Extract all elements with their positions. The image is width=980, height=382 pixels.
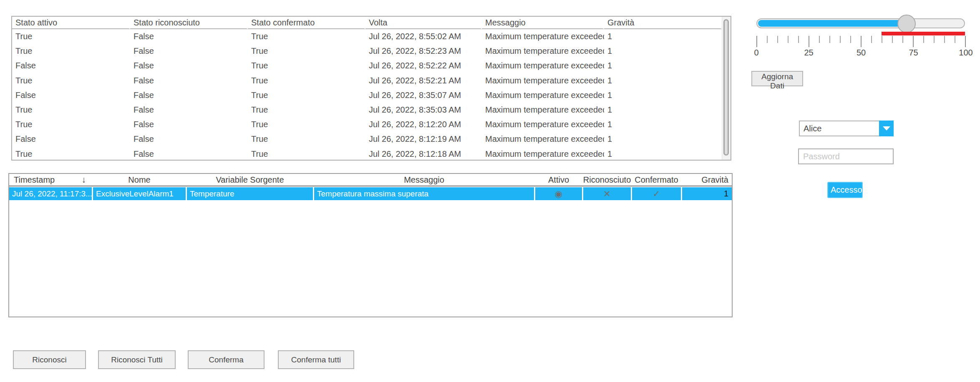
dropdown-open-button[interactable] — [879, 121, 894, 136]
sort-descending-icon: ↓ — [82, 175, 86, 185]
active-state-icon: ◉ — [535, 187, 582, 200]
not-acknowledged-icon: ✕ — [583, 187, 631, 200]
accesso-button[interactable]: Accesso — [827, 182, 863, 198]
vertical-scrollbar[interactable] — [722, 17, 731, 160]
riconosci-tutti-button[interactable]: Riconosci Tutti — [98, 350, 176, 369]
cell-messaggio: Maximum temperature exceeded — [482, 58, 604, 73]
column-header-stato-attivo: Stato attivo — [12, 17, 130, 29]
riconosci-button[interactable]: Riconosci — [13, 350, 86, 369]
column-header-timestamp[interactable]: Timestamp ↓ — [9, 174, 92, 186]
scrollbar-thumb[interactable] — [723, 19, 729, 156]
slider-track[interactable] — [756, 18, 965, 28]
password-field[interactable] — [798, 148, 894, 164]
cell-stato-attivo: False — [12, 88, 130, 103]
cell-timestamp: Jul 26, 2022, 11:17:3... — [9, 187, 92, 200]
cell-stato-confermato: True — [248, 147, 365, 160]
table-row[interactable]: False False True Jul 26, 2022, 8:35:07 A… — [12, 88, 722, 103]
cell-volta: Jul 26, 2022, 8:12:18 AM — [365, 147, 482, 160]
alarm-history-table-inner: Stato attivo Stato riconosciuto Stato co… — [12, 17, 722, 160]
table-row[interactable]: True False True Jul 26, 2022, 8:52:23 AM… — [12, 44, 722, 58]
aggiorna-dati-button[interactable]: Aggiorna Dati — [751, 71, 803, 86]
cell-stato-riconosciuto: False — [130, 73, 248, 88]
event-table-header-row: Timestamp ↓ Nome Variabile Sorgente Mess… — [9, 174, 732, 186]
slider-major-ticks — [756, 36, 966, 47]
cell-stato-attivo: True — [12, 117, 130, 132]
cell-nome: ExclusiveLevelAlarm1 — [93, 187, 186, 200]
cell-stato-riconosciuto: False — [130, 147, 248, 160]
table-row[interactable]: True False True Jul 26, 2022, 8:12:20 AM… — [12, 117, 722, 132]
slider-fill — [758, 20, 907, 27]
cell-messaggio-evento: Temperatura massima superata — [314, 187, 534, 200]
cell-volta: Jul 26, 2022, 8:12:19 AM — [365, 132, 482, 146]
cell-stato-confermato: True — [248, 132, 365, 146]
column-header-riconosciuto[interactable]: Riconosciuto — [583, 174, 631, 186]
cell-stato-confermato: True — [248, 73, 365, 88]
cell-stato-riconosciuto: False — [130, 58, 248, 73]
cell-stato-attivo: False — [12, 58, 130, 73]
cell-volta: Jul 26, 2022, 8:52:22 AM — [365, 58, 482, 73]
cell-stato-riconosciuto: False — [130, 29, 248, 44]
cell-gravita: 1 — [604, 88, 722, 103]
slider-tick-label: 25 — [804, 48, 813, 58]
column-header-volta: Volta — [365, 17, 482, 29]
cell-volta: Jul 26, 2022, 8:52:21 AM — [365, 73, 482, 88]
table-row[interactable]: False False True Jul 26, 2022, 8:52:22 A… — [12, 58, 722, 73]
cell-gravita: 1 — [604, 132, 722, 146]
cell-messaggio: Maximum temperature exceeded — [482, 44, 604, 58]
column-header-confermato[interactable]: Confermato — [632, 174, 681, 186]
chevron-down-icon — [883, 126, 890, 131]
cell-stato-riconosciuto: False — [130, 117, 248, 132]
slider-tick-label: 0 — [754, 48, 758, 58]
cell-stato-attivo: True — [12, 73, 130, 88]
column-header-attivo[interactable]: Attivo — [535, 174, 582, 186]
table-row[interactable]: True False True Jul 26, 2022, 8:35:03 AM… — [12, 103, 722, 117]
column-header-gravita-evento[interactable]: Gravità — [682, 174, 732, 186]
column-header-messaggio-evento[interactable]: Messaggio — [314, 174, 534, 186]
cell-stato-confermato: True — [248, 29, 365, 44]
cell-stato-confermato: True — [248, 103, 365, 117]
column-header-stato-riconosciuto: Stato riconosciuto — [130, 17, 248, 29]
cell-stato-attivo: True — [12, 103, 130, 117]
cell-gravita: 1 — [604, 103, 722, 117]
cell-gravita: 1 — [604, 147, 722, 160]
cell-volta: Jul 26, 2022, 8:55:02 AM — [365, 29, 482, 44]
alarm-table-body: True False True Jul 26, 2022, 8:55:02 AM… — [12, 29, 722, 160]
alarm-history-table: Stato attivo Stato riconosciuto Stato co… — [11, 16, 731, 161]
table-row[interactable]: True False True Jul 26, 2022, 8:52:21 AM… — [12, 73, 722, 88]
cell-stato-confermato: True — [248, 44, 365, 58]
active-events-table: Timestamp ↓ Nome Variabile Sorgente Mess… — [8, 173, 733, 317]
column-header-gravita: Gravità — [604, 17, 722, 29]
cell-gravita: 1 — [604, 44, 722, 58]
column-header-variabile-sorgente[interactable]: Variabile Sorgente — [187, 174, 313, 186]
cell-volta: Jul 26, 2022, 8:35:07 AM — [365, 88, 482, 103]
cell-stato-attivo: True — [12, 147, 130, 160]
cell-volta: Jul 26, 2022, 8:35:03 AM — [365, 103, 482, 117]
table-row[interactable]: False False True Jul 26, 2022, 8:12:19 A… — [12, 132, 722, 146]
slider-red-zone — [882, 32, 965, 35]
cell-stato-attivo: True — [12, 44, 130, 58]
cell-messaggio: Maximum temperature exceeded — [482, 73, 604, 88]
cell-messaggio: Maximum temperature exceeded — [482, 117, 604, 132]
table-row[interactable]: True False True Jul 26, 2022, 8:55:02 AM… — [12, 29, 722, 44]
cell-gravita: 1 — [604, 58, 722, 73]
cell-gravita-evento: 1 — [682, 187, 732, 200]
cell-volta: Jul 26, 2022, 8:12:20 AM — [365, 117, 482, 132]
cell-messaggio: Maximum temperature exceeded — [482, 132, 604, 146]
cell-messaggio: Maximum temperature exceeded — [482, 147, 604, 160]
cell-messaggio: Maximum temperature exceeded — [482, 29, 604, 44]
selected-event-row[interactable]: Jul 26, 2022, 11:17:3... ExclusiveLevelA… — [9, 187, 732, 200]
slider-tick-label: 75 — [909, 48, 918, 58]
table-row[interactable]: True False True Jul 26, 2022, 8:12:18 AM… — [12, 147, 722, 160]
cell-stato-confermato: True — [248, 117, 365, 132]
cell-stato-riconosciuto: False — [130, 103, 248, 117]
user-select-dropdown[interactable]: Alice — [799, 121, 894, 136]
column-header-nome[interactable]: Nome — [93, 174, 186, 186]
slider-tick-label: 50 — [857, 48, 866, 58]
cell-stato-riconosciuto: False — [130, 88, 248, 103]
slider-thumb[interactable] — [897, 15, 916, 33]
confirmed-check-icon: ✓ — [632, 187, 681, 200]
conferma-tutti-button[interactable]: Conferma tutti — [278, 350, 354, 369]
cell-messaggio: Maximum temperature exceeded — [482, 103, 604, 117]
column-header-stato-confermato: Stato confermato — [248, 17, 365, 29]
conferma-button[interactable]: Conferma — [188, 350, 265, 369]
